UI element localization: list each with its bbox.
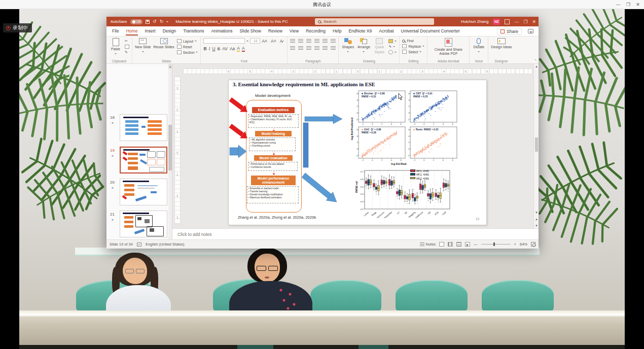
stage-bullets[interactable]: Performance on the test datasetConfidenc… (248, 162, 298, 171)
justify-icon[interactable] (314, 46, 319, 50)
tab-view[interactable]: View (289, 27, 299, 36)
close-icon[interactable]: ✕ (634, 1, 641, 8)
slide-thumbnail-20[interactable] (120, 179, 167, 205)
bullets-icon[interactable] (290, 39, 295, 43)
section-button[interactable]: Section (177, 50, 198, 54)
stage-bullets[interactable]: ML algorithm selectionHyperparameter tun… (249, 137, 296, 151)
layout-button[interactable]: Layout (177, 39, 198, 43)
scatter-figure[interactable]: -2-200224466-2-200224466-2-200224466-2-2… (349, 88, 461, 166)
new-slide-button[interactable]: New Slide (135, 38, 151, 58)
reading-view-button[interactable] (456, 242, 461, 247)
create-pdf-button[interactable]: Create and Share Adobe PDF (430, 38, 467, 58)
columns-icon[interactable] (323, 46, 328, 50)
line-spacing-icon[interactable] (323, 39, 328, 43)
zoom-level[interactable]: 64% (520, 242, 527, 247)
design-ideas-button[interactable]: Design Ideas (491, 38, 512, 58)
share-button[interactable]: Share (497, 28, 522, 35)
smartart-icon[interactable] (331, 46, 336, 50)
copy-button[interactable] (125, 45, 129, 49)
slide-sorter-button[interactable] (448, 242, 453, 247)
clear-formatting-icon[interactable]: A̷ (280, 39, 283, 44)
notes-toggle[interactable]: Notes (420, 242, 436, 247)
shrink-font-icon[interactable]: A˅ (271, 39, 276, 44)
underline-button[interactable]: U (212, 46, 215, 51)
stage-bullets[interactable]: Regression: RMSE, MSE, MAE, R², etc.Clas… (248, 114, 299, 128)
language-selector[interactable]: English (United States) (146, 242, 185, 247)
slideshow-button[interactable] (465, 242, 470, 247)
slide-thumbnail-21[interactable] (120, 211, 167, 237)
font-name-select[interactable] (203, 38, 245, 44)
tab-insert[interactable]: Insert (144, 27, 156, 36)
next-slide-icon[interactable]: ▼ (534, 223, 539, 228)
reuse-slides-button[interactable]: Reuse Slides (154, 38, 174, 58)
tab-review[interactable]: Review (268, 27, 283, 36)
minimize-icon[interactable]: — (615, 1, 622, 8)
tab-transitions[interactable]: Transitions (183, 27, 204, 36)
ppt-restore-icon[interactable]: ❐ (523, 19, 527, 24)
normal-view-button[interactable] (439, 242, 444, 247)
bold-button[interactable]: B (203, 46, 206, 51)
slide-thumbnail-18[interactable] (120, 114, 167, 141)
tab-design[interactable]: Design (162, 27, 176, 36)
scroll-up-icon[interactable]: ▲ (534, 64, 539, 69)
stage-heading[interactable]: Evaluation metrics (252, 107, 295, 113)
boxplot-figure[interactable]: 0.20.30.40.50.60.7LassoRidgeLassoLarsEla… (353, 166, 455, 218)
spellcheck-icon[interactable]: ✓ (137, 242, 141, 247)
collapse-ribbon-icon[interactable]: ⌃ (534, 59, 537, 63)
main-scrollbar[interactable]: ▲ ▼ ▲ ▼ (533, 64, 539, 228)
slide-canvas[interactable]: 3. Essential knowledge requirement in ML… (228, 80, 487, 225)
highlight-color-button[interactable]: A (237, 46, 240, 52)
ppt-minimize-icon[interactable]: — (514, 19, 519, 24)
tab-udc[interactable]: Universal Document Converter (401, 27, 460, 36)
paste-button[interactable]: Paste (109, 38, 122, 58)
ppt-close-icon[interactable]: ✕ (532, 19, 536, 24)
format-painter-button[interactable]: ✎ (125, 50, 129, 54)
strikethrough-button[interactable]: S (218, 46, 221, 51)
cut-button[interactable]: ✂ (125, 39, 129, 43)
tab-help[interactable]: Help (332, 27, 342, 36)
numbering-icon[interactable] (298, 39, 303, 43)
dictate-button[interactable]: Dictate (472, 38, 485, 58)
stage-heading[interactable]: Model performance enhancement (251, 176, 296, 185)
find-button[interactable]: Find (402, 39, 424, 43)
recording-badge[interactable]: 录制中 (3, 23, 32, 32)
citation[interactable]: Zhang et al. 2020a, Zhong et al. 2020a, … (238, 215, 316, 220)
ribbon-display-options-icon[interactable] (505, 19, 510, 24)
tab-endnote[interactable]: EndNote X9 (348, 27, 372, 36)
replace-button[interactable]: Replace (402, 44, 424, 48)
notes-pane[interactable]: Click to add notes (172, 228, 539, 239)
tab-home[interactable]: Home (126, 27, 138, 36)
increase-indent-icon[interactable] (314, 39, 319, 43)
arrange-button[interactable]: Arrange (357, 38, 370, 58)
reset-button[interactable]: Reset (177, 45, 198, 49)
zoom-in-icon[interactable]: + (514, 242, 516, 247)
zoom-slider[interactable] (481, 244, 511, 245)
tab-recording[interactable]: Recording (305, 27, 326, 36)
text-direction-icon[interactable] (331, 39, 336, 43)
tab-acrobat[interactable]: Acrobat (378, 27, 394, 36)
shape-outline-button[interactable]: ✎ (388, 45, 397, 49)
stage-bullets[interactable]: Ensemble or stacked modelTransfer learni… (247, 186, 299, 203)
character-spacing-button[interactable]: AV (222, 46, 228, 51)
zoom-slider-thumb[interactable] (493, 242, 495, 246)
stage-heading[interactable]: Model training (255, 131, 292, 136)
comments-icon[interactable] (528, 29, 533, 33)
autosave-toggle[interactable]: Off (130, 19, 143, 24)
font-color-button[interactable]: A (242, 46, 245, 52)
previous-slide-icon[interactable]: ▲ (534, 217, 539, 222)
thumbnail-scrollbar[interactable]: ▲ (168, 64, 172, 239)
maximize-icon[interactable]: ❐ (625, 1, 632, 8)
align-right-icon[interactable] (306, 46, 311, 50)
user-name[interactable]: Huichun Zhang (461, 19, 488, 24)
qat-customize-icon[interactable] (166, 21, 168, 23)
scroll-up-icon[interactable]: ▲ (168, 64, 172, 69)
fit-to-window-icon[interactable] (531, 242, 535, 247)
scrollbar-thumb[interactable] (168, 125, 172, 170)
select-button[interactable]: Select (402, 50, 424, 54)
font-size-select[interactable]: 18 (250, 38, 260, 44)
decrease-indent-icon[interactable] (306, 39, 311, 43)
save-icon[interactable] (146, 20, 150, 24)
slide-thumbnail-19[interactable] (120, 147, 167, 173)
grow-font-icon[interactable]: A˄ (262, 39, 267, 44)
shape-effects-button[interactable] (388, 50, 397, 54)
